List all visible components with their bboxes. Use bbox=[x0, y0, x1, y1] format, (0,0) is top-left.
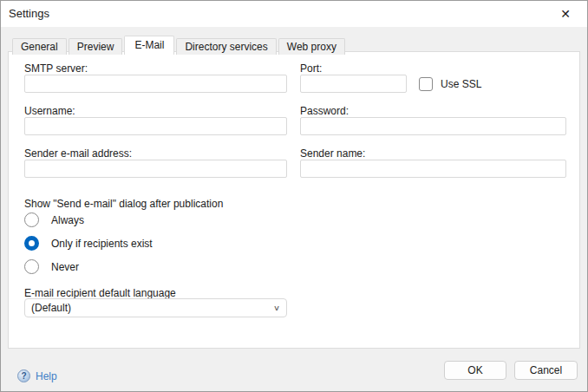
sender-name-label: Sender name: bbox=[300, 147, 365, 160]
dialog-body: General Preview E-Mail Directory service… bbox=[1, 27, 587, 391]
use-ssl-label: Use SSL bbox=[441, 78, 481, 90]
sender-email-input[interactable] bbox=[24, 160, 287, 178]
smtp-server-input[interactable] bbox=[24, 75, 287, 93]
window-title: Settings bbox=[9, 1, 49, 27]
radio-only-if-recipients-label: Only if recipients exist bbox=[51, 238, 153, 250]
port-label: Port: bbox=[300, 62, 322, 75]
tab-web-proxy[interactable]: Web proxy bbox=[278, 38, 345, 55]
username-label: Username: bbox=[24, 105, 75, 117]
close-button[interactable]: ✕ bbox=[551, 3, 580, 24]
username-input[interactable] bbox=[24, 117, 287, 135]
close-icon: ✕ bbox=[560, 7, 571, 21]
help-icon: ? bbox=[17, 369, 30, 382]
ok-button[interactable]: OK bbox=[444, 361, 506, 380]
radio-never-circle[interactable] bbox=[24, 259, 39, 274]
language-select[interactable]: (Default) ∨ bbox=[24, 298, 287, 317]
language-label: E-mail recipient default language bbox=[24, 287, 176, 299]
password-input[interactable] bbox=[300, 117, 566, 135]
chevron-down-icon: ∨ bbox=[273, 304, 280, 312]
smtp-server-label: SMTP server: bbox=[24, 62, 88, 75]
radio-only-if-recipients-circle[interactable] bbox=[24, 236, 39, 251]
help-link[interactable]: ? Help bbox=[17, 369, 57, 382]
radio-only-if-recipients-exist[interactable]: Only if recipients exist bbox=[24, 236, 153, 251]
help-label: Help bbox=[36, 370, 57, 382]
title-bar: Settings ✕ bbox=[1, 1, 587, 27]
radio-always[interactable]: Always bbox=[24, 212, 84, 227]
tab-email[interactable]: E-Mail bbox=[124, 36, 174, 55]
sender-name-input[interactable] bbox=[300, 160, 566, 178]
radio-always-label: Always bbox=[51, 214, 84, 226]
sender-email-label: Sender e-mail address: bbox=[24, 147, 132, 160]
language-select-value: (Default) bbox=[31, 302, 273, 314]
tab-preview[interactable]: Preview bbox=[69, 38, 123, 55]
port-input[interactable] bbox=[300, 75, 407, 93]
tab-bar: General Preview E-Mail Directory service… bbox=[12, 36, 347, 55]
tab-general[interactable]: General bbox=[12, 38, 67, 55]
radio-never-label: Never bbox=[51, 261, 79, 273]
radio-never[interactable]: Never bbox=[24, 259, 79, 274]
email-tab-panel: SMTP server: Port: Use SSL Username: Pas… bbox=[8, 51, 580, 349]
tab-directory-services[interactable]: Directory services bbox=[176, 38, 276, 55]
send-dialog-group-label: Show "Send e-mail" dialog after publicat… bbox=[24, 198, 223, 210]
use-ssl-checkbox-row[interactable]: Use SSL bbox=[419, 77, 481, 91]
use-ssl-checkbox[interactable] bbox=[419, 77, 433, 91]
password-label: Password: bbox=[300, 105, 349, 117]
settings-dialog: { "window": { "title": "Settings", "clos… bbox=[0, 0, 588, 392]
radio-always-circle[interactable] bbox=[24, 212, 39, 227]
cancel-button[interactable]: Cancel bbox=[514, 361, 578, 380]
